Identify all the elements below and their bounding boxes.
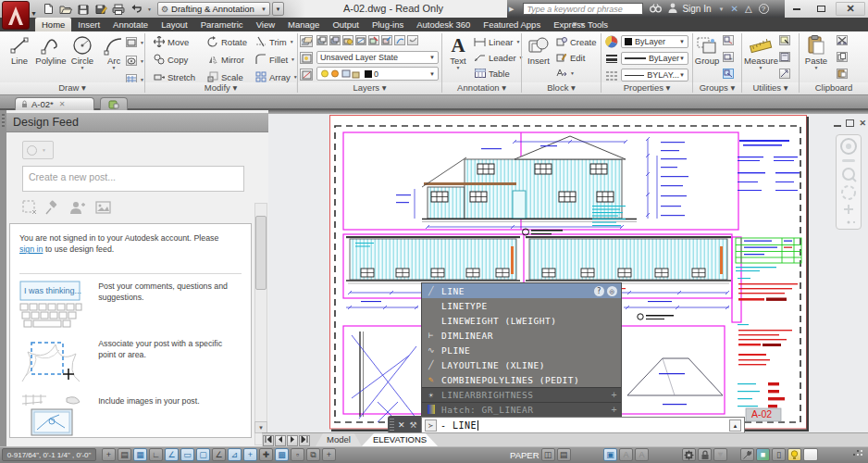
toggle-snap[interactable]: ▤ — [118, 448, 131, 461]
command-line[interactable]: ≻ - LINE ▲ — [421, 417, 745, 433]
layer-state-icon-3[interactable] — [342, 35, 353, 45]
infocenter-collapse-icon[interactable]: ▶ — [509, 6, 514, 13]
undo-icon[interactable] — [129, 3, 143, 16]
panel-label-annotation[interactable]: Annotation ▾ — [442, 82, 521, 94]
status-tray-icon[interactable]: ▼ — [713, 448, 727, 461]
clean-screen-button[interactable] — [803, 448, 818, 461]
suggestion-combinepolylines[interactable]: ✎COMBINEPOLYLINES (PEDIT) — [422, 372, 621, 387]
tab-insert[interactable]: Insert — [71, 18, 106, 31]
exchange-apps-icon[interactable]: ✕ — [730, 4, 738, 14]
maximize-button[interactable] — [812, 2, 830, 16]
tab-elevations[interactable]: ELEVATIONS — [362, 433, 438, 446]
toggle-osnap[interactable]: ▭ — [180, 448, 194, 461]
toggle-quickprops[interactable]: ▫ — [291, 448, 304, 461]
isolate-objects-icon[interactable] — [787, 448, 801, 461]
suggestion-lineweight[interactable]: LINEWEIGHT (LWEIGHT) — [422, 313, 621, 328]
application-menu-button[interactable] — [2, 1, 30, 30]
customize-wrench-icon[interactable] — [740, 448, 754, 461]
create-block-tool[interactable]: Create — [555, 36, 597, 47]
panel-label-utilities[interactable]: Utilities ▾ — [742, 82, 799, 94]
help-icon[interactable]: ? — [759, 4, 769, 14]
suggestion-pline[interactable]: ∿PLINE — [422, 343, 621, 357]
layer-state-icon-7[interactable] — [394, 35, 405, 45]
tab-annotate[interactable]: Annotate — [106, 18, 155, 31]
object-color-dropdown[interactable]: ByLayer▼ — [621, 35, 688, 48]
annotation-scale-icon[interactable]: A — [619, 448, 633, 461]
sign-in-link[interactable]: sign in — [19, 244, 43, 254]
qat-customize-caret[interactable]: ▼ — [272, 2, 284, 16]
trim-tool[interactable]: Trim▼ — [254, 36, 294, 47]
toggle-infer[interactable]: + — [102, 448, 116, 461]
circle-tool[interactable]: Circle ▼ — [67, 34, 98, 70]
layer-properties-tool[interactable] — [300, 35, 313, 47]
tab-model[interactable]: Model — [316, 433, 362, 446]
rotate-tool[interactable]: Rotate — [206, 36, 247, 47]
paper-space-label[interactable]: PAPER — [510, 450, 539, 460]
suggestion-layoutline[interactable]: ╱LAYOUTLINE (XLINE) — [422, 357, 621, 372]
prev-layout-button[interactable] — [275, 435, 286, 446]
layer-state-icon-2[interactable] — [329, 35, 341, 45]
new-post-input[interactable]: Create a new post... — [22, 166, 244, 192]
toggle-cycling[interactable]: ⧉ — [306, 448, 320, 461]
file-tab-close-icon[interactable]: ✕ — [59, 100, 66, 108]
annotation-visibility-icon[interactable]: A — [635, 448, 649, 461]
vp-minimize-icon[interactable] — [834, 125, 841, 127]
toolbar-lock-icon[interactable] — [698, 448, 712, 461]
cut-tool[interactable] — [837, 35, 848, 45]
first-layout-button[interactable] — [263, 435, 274, 446]
array-tool[interactable]: Array▼ — [254, 71, 298, 82]
tab-autodesk360[interactable]: Autodesk 360 — [410, 18, 477, 31]
suggestion-linetype[interactable]: LINETYPE — [422, 298, 621, 313]
suggestion-dimlinear[interactable]: ⊢DIMLINEAR — [422, 328, 621, 343]
tab-output[interactable]: Output — [326, 18, 366, 31]
quickview-drawings-icon[interactable]: ▤ — [557, 448, 571, 461]
edit-block-tool[interactable]: Edit — [555, 52, 585, 63]
next-layout-button[interactable] — [287, 435, 298, 446]
lineweight-icon[interactable] — [605, 52, 618, 69]
last-layout-button[interactable] — [299, 435, 310, 446]
toggle-ortho[interactable]: ∟ — [149, 448, 163, 461]
layer-state-icon-4[interactable] — [355, 35, 366, 45]
new-file-icon[interactable] — [41, 3, 56, 16]
fillet-tool[interactable]: Fillet▼ — [254, 54, 295, 65]
workspace-gear-icon[interactable] — [682, 448, 696, 461]
copy-tool[interactable]: Copy — [153, 54, 188, 65]
group-tool[interactable]: Group — [693, 34, 721, 66]
panel-label-properties[interactable]: Properties ▾ — [601, 82, 692, 94]
ellipse-tool[interactable]: ▼ — [126, 56, 144, 66]
autodesk360-icon[interactable]: △ — [745, 4, 752, 14]
command-close-icon[interactable]: ✕ — [398, 420, 405, 430]
sign-in-button[interactable]: Sign In — [682, 4, 711, 14]
arc-tool[interactable]: Arc ▼ — [98, 34, 130, 70]
color-wheel-icon[interactable] — [605, 35, 618, 52]
trusted-autodesk-icon[interactable]: ▯ — [772, 448, 786, 461]
line-tool[interactable]: Line — [4, 34, 35, 66]
toggle-lineweight[interactable]: ✚ — [259, 448, 273, 461]
suggestion-line[interactable]: ╱LINE ? ◎ — [422, 283, 621, 298]
panel-label-draw[interactable]: Draw ▾ — [0, 82, 144, 94]
leader-tool[interactable]: Leader▼ — [474, 52, 524, 63]
panel-label-clipboard[interactable]: Clipboard — [800, 82, 868, 94]
quick-calc-tool[interactable] — [779, 52, 790, 62]
toggle-transparency[interactable]: ▩ — [275, 448, 289, 461]
feed-actions-button[interactable]: ▼ — [22, 141, 54, 159]
tab-plugins[interactable]: Plug-ins — [366, 18, 410, 31]
navigation-bar[interactable] — [836, 134, 862, 230]
toggle-grid[interactable]: ▦ — [133, 448, 147, 461]
toggle-otrack[interactable]: ∠ — [212, 448, 226, 461]
toggle-dyn[interactable]: + — [243, 448, 257, 461]
toggle-ducs[interactable]: ⊿ — [228, 448, 242, 461]
new-tab-button[interactable] — [100, 97, 128, 110]
measure-tool[interactable]: Measure ▼ — [744, 34, 777, 70]
sign-in-caret[interactable]: ▼ — [719, 6, 725, 12]
workspace-switcher[interactable]: ⚙ Drafting & Annotation ▼ — [157, 2, 270, 16]
close-button[interactable]: ✕ — [836, 2, 865, 16]
insert-block-tool[interactable]: Insert — [524, 34, 553, 66]
tab-view[interactable]: View — [250, 18, 281, 31]
layer-state-icon-1[interactable] — [316, 35, 328, 45]
paste-tool[interactable]: Paste ▼ — [801, 34, 831, 70]
tab-parametric[interactable]: Parametric — [194, 18, 250, 31]
id-point-tool[interactable] — [779, 69, 790, 79]
polyline-tool[interactable]: Polyline — [35, 34, 67, 66]
save-as-icon[interactable] — [93, 3, 108, 16]
